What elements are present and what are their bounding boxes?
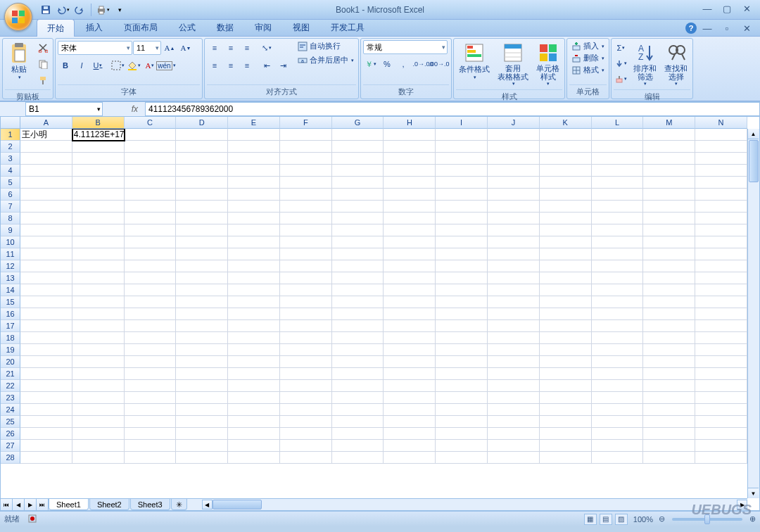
help-icon[interactable]: ? [685,23,697,34]
sheet-tab-3[interactable]: Sheet3 [130,499,170,510]
cell-N10[interactable] [695,236,747,248]
cell-F3[interactable] [280,153,332,165]
cell-D18[interactable] [176,332,228,344]
cell-G3[interactable] [332,153,384,165]
cell-G8[interactable] [332,213,384,224]
cell-N16[interactable] [695,308,747,320]
row-header-1[interactable]: 1 [1,129,20,141]
cell-E11[interactable] [228,248,280,260]
col-header-C[interactable]: C [125,117,177,129]
cell-I19[interactable] [436,344,488,356]
cell-N17[interactable] [695,320,747,332]
cell-A9[interactable] [20,224,72,236]
row-header-12[interactable]: 12 [1,260,20,272]
cell-I6[interactable] [436,189,488,201]
cell-D15[interactable] [176,296,228,308]
row-header-14[interactable]: 14 [1,284,20,296]
cell-I17[interactable] [436,320,488,332]
cell-F8[interactable] [280,213,332,224]
cell-G27[interactable] [332,440,384,452]
fx-icon[interactable]: fx [127,104,142,114]
cell-J27[interactable] [488,440,540,452]
cell-N9[interactable] [695,224,747,236]
cell-J1[interactable] [488,129,540,141]
row-header-7[interactable]: 7 [1,201,20,213]
cell-K9[interactable] [540,224,592,236]
cell-I13[interactable] [436,272,488,284]
cell-N5[interactable] [695,177,747,189]
cell-E16[interactable] [228,308,280,320]
cell-J22[interactable] [488,380,540,392]
cell-D27[interactable] [176,440,228,452]
sheet-nav-last[interactable]: ⏭ [37,499,49,510]
cell-M24[interactable] [643,404,695,416]
cell-M16[interactable] [643,308,695,320]
col-header-K[interactable]: K [540,117,592,129]
cell-C28[interactable] [125,452,177,464]
cell-F11[interactable] [280,248,332,260]
cell-F2[interactable] [280,141,332,153]
tab-page-layout[interactable]: 页面布局 [114,19,167,36]
doc-restore-button[interactable]: ▫ [718,22,736,34]
cell-K2[interactable] [540,141,592,153]
cell-G26[interactable] [332,428,384,440]
cell-K7[interactable] [540,201,592,213]
cell-J17[interactable] [488,320,540,332]
cell-B14[interactable] [72,284,125,296]
cell-G6[interactable] [332,189,384,201]
cell-H12[interactable] [384,260,436,272]
cell-F18[interactable] [280,332,332,344]
cell-A26[interactable] [20,428,72,440]
cell-B1[interactable]: 4.11123E+17 [72,129,125,141]
cell-G7[interactable] [332,201,384,213]
cell-L11[interactable] [592,248,644,260]
cell-G5[interactable] [332,177,384,189]
row-header-2[interactable]: 2 [1,141,20,153]
cell-B10[interactable] [72,236,125,248]
cell-F4[interactable] [280,165,332,177]
cell-L20[interactable] [592,356,644,368]
row-header-23[interactable]: 23 [1,392,20,404]
cell-C23[interactable] [125,392,177,404]
cell-B9[interactable] [72,224,125,236]
cell-J4[interactable] [488,165,540,177]
cell-G14[interactable] [332,284,384,296]
cell-C3[interactable] [125,153,177,165]
cell-C12[interactable] [125,260,177,272]
underline-button[interactable]: U▾ [90,58,106,73]
cell-grid[interactable]: 王小明4.11123E+17 [20,129,747,498]
cell-G18[interactable] [332,332,384,344]
align-center-button[interactable]: ≡ [223,58,239,73]
cell-D17[interactable] [176,320,228,332]
cell-E12[interactable] [228,260,280,272]
cell-F25[interactable] [280,416,332,428]
cell-A21[interactable] [20,368,72,380]
cell-M28[interactable] [643,452,695,464]
row-header-18[interactable]: 18 [1,332,20,344]
cell-D22[interactable] [176,380,228,392]
cell-E5[interactable] [228,177,280,189]
cell-A17[interactable] [20,320,72,332]
cell-M15[interactable] [643,296,695,308]
cell-C26[interactable] [125,428,177,440]
cell-K4[interactable] [540,165,592,177]
cell-I23[interactable] [436,392,488,404]
cell-H9[interactable] [384,224,436,236]
cell-C19[interactable] [125,344,177,356]
col-header-F[interactable]: F [280,117,332,129]
name-box[interactable]: B1 [25,102,103,116]
select-all-corner[interactable] [1,117,20,129]
align-middle-button[interactable]: ≡ [223,40,239,56]
cell-F19[interactable] [280,344,332,356]
cell-I26[interactable] [436,428,488,440]
tab-view[interactable]: 视图 [283,19,319,36]
cell-M14[interactable] [643,284,695,296]
row-header-20[interactable]: 20 [1,356,20,368]
cell-J8[interactable] [488,213,540,224]
cell-E19[interactable] [228,344,280,356]
cell-K27[interactable] [540,440,592,452]
row-header-10[interactable]: 10 [1,236,20,248]
insert-cells-button[interactable]: 插入▾ [569,40,607,52]
cell-N19[interactable] [695,344,747,356]
close-button[interactable]: ✕ [737,2,756,15]
